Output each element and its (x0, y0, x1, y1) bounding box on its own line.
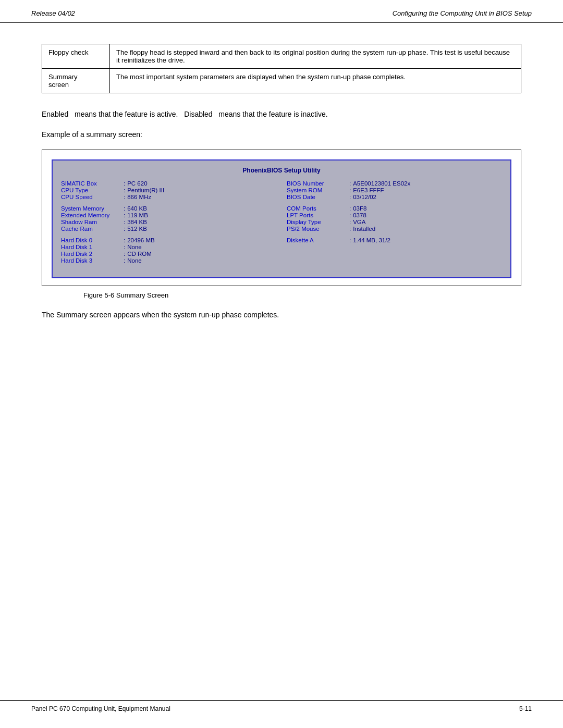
bios-label-simatic: SIMATIC Box (61, 180, 124, 187)
bios-section-cpu: SIMATIC Box : PC 620 CPU Type : Pentium(… (61, 180, 276, 200)
bios-label-cpuspeed: CPU Speed (61, 194, 124, 200)
table-cell-desc: The floppy head is stepped inward and th… (110, 44, 521, 69)
table-cell-label: Floppy check (42, 44, 110, 69)
bios-section-memory: System Memory : 640 KB Extended Memory :… (61, 205, 276, 232)
bios-label-lptports: LPT Ports (287, 212, 349, 218)
bios-label-extmem: Extended Memory (61, 212, 124, 218)
bios-value-biosnum: A5E00123801 ES02x (353, 180, 410, 187)
bios-label-ps2mouse: PS/2 Mouse (287, 226, 349, 232)
bios-value-comports: 03F8 (353, 205, 366, 212)
bios-section-harddisk: Hard Disk 0 : 20496 MB Hard Disk 1 : Non… (61, 237, 276, 264)
bios-row-biosnum: BIOS Number : A5E00123801 ES02x (287, 180, 502, 187)
bios-section-biosinfo: BIOS Number : A5E00123801 ES02x System R… (287, 180, 502, 200)
bios-row-displaytype: Display Type : VGA (287, 219, 502, 225)
bios-row-hd3: Hard Disk 3 : None (61, 257, 276, 264)
bios-value-hd1: None (127, 244, 142, 250)
bios-label-comports: COM Ports (287, 205, 349, 212)
body-text-enabled: Enabled means that the feature is active… (42, 109, 521, 120)
bios-value-shadowram: 384 KB (127, 219, 147, 225)
bios-row-diskettea: Diskette A : 1.44 MB, 31/2 (287, 237, 502, 243)
bios-label-cputype: CPU Type (61, 187, 124, 193)
bios-value-displaytype: VGA (353, 219, 365, 225)
bios-row-hd1: Hard Disk 1 : None (61, 244, 276, 250)
bios-value-sysrom: E6E3 FFFF (353, 187, 384, 193)
bios-left-column: SIMATIC Box : PC 620 CPU Type : Pentium(… (61, 180, 282, 269)
table-cell-desc: The most important system parameters are… (110, 69, 521, 93)
body-text-summary: The Summary screen appears when the syst… (42, 310, 521, 320)
bios-row-comports: COM Ports : 03F8 (287, 205, 502, 212)
bios-row-cpuspeed: CPU Speed : 866 MHz (61, 194, 276, 200)
bios-value-hd3: None (127, 257, 142, 264)
bios-value-biosdate: 03/12/02 (353, 194, 376, 200)
bios-label-hd0: Hard Disk 0 (61, 237, 124, 243)
bios-label-biosdate: BIOS Date (287, 194, 349, 200)
bios-value-cputype: Pentium(R) III (127, 187, 164, 193)
bios-label-hd2: Hard Disk 2 (61, 251, 124, 257)
bios-row-sysrom: System ROM : E6E3 FFFF (287, 187, 502, 193)
bios-right-column: BIOS Number : A5E00123801 ES02x System R… (282, 180, 502, 269)
bios-row-hd0: Hard Disk 0 : 20496 MB (61, 237, 276, 243)
bios-label-sysrom: System ROM (287, 187, 349, 193)
bios-label-hd3: Hard Disk 3 (61, 257, 124, 264)
bios-row-biosdate: BIOS Date : 03/12/02 (287, 194, 502, 200)
bios-value-simatic: PC 620 (127, 180, 147, 187)
header-title: Configuring the Computing Unit in BIOS S… (393, 9, 532, 17)
table-row: Floppy check The floppy head is stepped … (42, 44, 521, 69)
feature-table: Floppy check The floppy head is stepped … (42, 44, 521, 93)
page-header: Release 04/02 Configuring the Computing … (0, 0, 563, 23)
footer-right: 5-11 (519, 705, 532, 712)
bios-value-ps2mouse: Installed (353, 226, 375, 232)
bios-row-shadowram: Shadow Ram : 384 KB (61, 219, 276, 225)
table-row: Summaryscreen The most important system … (42, 69, 521, 93)
bios-label-hd1: Hard Disk 1 (61, 244, 124, 250)
bios-inner: PhoenixBIOS Setup Utility SIMATIC Box : … (52, 159, 511, 278)
bios-value-lptports: 0378 (353, 212, 366, 218)
bios-content: SIMATIC Box : PC 620 CPU Type : Pentium(… (61, 180, 502, 269)
bios-row-sysmem: System Memory : 640 KB (61, 205, 276, 212)
bios-screenshot-container: PhoenixBIOS Setup Utility SIMATIC Box : … (42, 150, 521, 286)
header-release: Release 04/02 (31, 9, 75, 17)
bios-section-ports: COM Ports : 03F8 LPT Ports : 0378 Displa… (287, 205, 502, 232)
bios-row-extmem: Extended Memory : 119 MB (61, 212, 276, 218)
bios-label-diskettea: Diskette A (287, 237, 349, 243)
bios-label-cacheram: Cache Ram (61, 226, 124, 232)
bios-section-diskette: Diskette A : 1.44 MB, 31/2 (287, 237, 502, 243)
bios-label-biosnum: BIOS Number (287, 180, 349, 187)
bios-title: PhoenixBIOS Setup Utility (61, 167, 502, 174)
bios-label-shadowram: Shadow Ram (61, 219, 124, 225)
figure-caption: Figure 5-6 Summary Screen (42, 291, 521, 299)
bios-value-cacheram: 512 KB (127, 226, 147, 232)
bios-row-hd2: Hard Disk 2 : CD ROM (61, 251, 276, 257)
bios-row-ps2mouse: PS/2 Mouse : Installed (287, 226, 502, 232)
bios-value-extmem: 119 MB (127, 212, 148, 218)
bios-row-cacheram: Cache Ram : 512 KB (61, 226, 276, 232)
bios-label-sysmem: System Memory (61, 205, 124, 212)
bios-label-displaytype: Display Type (287, 219, 349, 225)
bios-row-cputype: CPU Type : Pentium(R) III (61, 187, 276, 193)
main-content: Floppy check The floppy head is stepped … (0, 23, 563, 351)
bios-row-simatic: SIMATIC Box : PC 620 (61, 180, 276, 187)
bios-value-cpuspeed: 866 MHz (127, 194, 151, 200)
bios-value-hd0: 20496 MB (127, 237, 154, 243)
bios-value-sysmem: 640 KB (127, 205, 147, 212)
table-cell-label: Summaryscreen (42, 69, 110, 93)
bios-row-lptports: LPT Ports : 0378 (287, 212, 502, 218)
body-text-example: Example of a summary screen: (42, 129, 521, 140)
bios-value-diskettea: 1.44 MB, 31/2 (353, 237, 390, 243)
bios-value-hd2: CD ROM (127, 251, 152, 257)
page-footer: Panel PC 670 Computing Unit, Equipment M… (0, 700, 563, 712)
footer-left: Panel PC 670 Computing Unit, Equipment M… (31, 705, 170, 712)
